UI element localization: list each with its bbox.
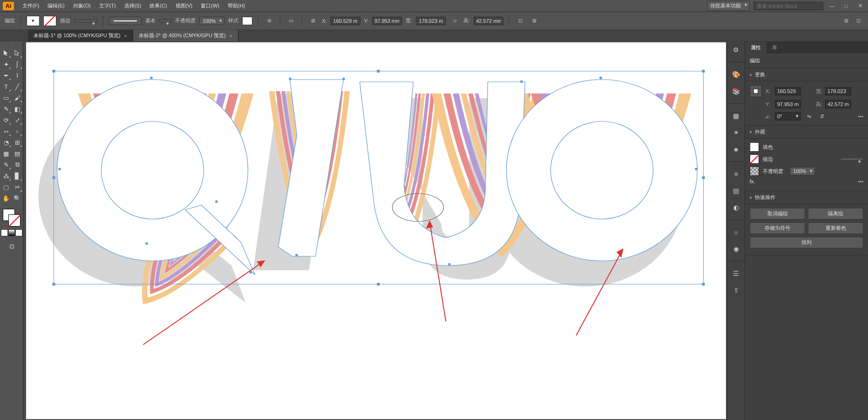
appearance-header[interactable]: 外观 <box>745 126 868 139</box>
rail-symbols-icon[interactable]: ♣ <box>731 144 742 155</box>
tool-brush[interactable]: 🖌 <box>12 93 22 103</box>
prop-x-input[interactable] <box>775 87 801 95</box>
tool-magic-wand[interactable]: ✦ <box>1 59 11 69</box>
tool-mesh[interactable]: ▦ <box>1 148 11 159</box>
stroke-weight-input[interactable] <box>74 20 97 22</box>
rail-libraries-icon[interactable]: 📚 <box>731 86 742 97</box>
opacity-input[interactable]: 100% <box>199 17 224 25</box>
tool-direct-selection[interactable] <box>12 48 22 58</box>
reference-point-grid[interactable] <box>750 85 762 97</box>
color-mode-gradient[interactable] <box>8 229 15 236</box>
tool-perspective[interactable]: ⊞ <box>12 137 22 147</box>
rail-asset-export-icon[interactable]: ⇪ <box>731 285 742 296</box>
tool-curvature[interactable]: ⌇ <box>12 70 22 80</box>
search-input[interactable] <box>753 2 823 10</box>
tool-symbol-spray[interactable]: ⁂ <box>1 171 11 181</box>
rail-color-icon[interactable]: 🎨 <box>731 69 742 80</box>
maximize-icon[interactable]: □ <box>841 2 851 10</box>
fx-label[interactable]: fx. <box>750 179 755 184</box>
menu-object[interactable]: 对象(O) <box>69 1 95 11</box>
tool-rectangle[interactable]: ▭ <box>1 93 11 103</box>
close-icon[interactable]: ✕ <box>855 2 865 10</box>
transform-header[interactable]: 变换 <box>745 68 868 81</box>
tool-width[interactable]: ⇿ <box>1 126 11 136</box>
color-mode-solid[interactable] <box>1 229 8 236</box>
gpu-preview-icon[interactable]: ⊡ <box>853 16 863 26</box>
menu-select[interactable]: 选择(S) <box>121 1 145 11</box>
prop-angle-input[interactable]: 0° <box>775 112 801 120</box>
stroke-swatch[interactable] <box>43 16 56 26</box>
rail-stroke-icon[interactable]: ≡ <box>731 168 742 180</box>
arrange-documents-icon[interactable]: ⊞ <box>841 16 851 26</box>
btn-isolate-group[interactable]: 隔离组 <box>808 208 863 220</box>
tool-hand[interactable]: ✋ <box>1 193 11 203</box>
stroke-profile[interactable] <box>109 17 142 25</box>
rail-properties-icon[interactable]: ⚙ <box>731 44 742 55</box>
tool-gradient[interactable]: ▤ <box>12 148 22 159</box>
menu-effect[interactable]: 效果(C) <box>146 1 170 11</box>
panel-tab-properties[interactable]: 属性 <box>745 42 766 53</box>
prop-fill-swatch[interactable] <box>750 142 759 152</box>
x-input[interactable] <box>331 17 360 25</box>
align-icon[interactable]: ▭ <box>286 16 296 26</box>
tool-zoom[interactable]: 🔍 <box>12 193 22 203</box>
btn-recolor[interactable]: 重新着色 <box>808 222 863 234</box>
more-options-icon[interactable]: ••• <box>858 113 863 119</box>
tool-shaper[interactable]: ✎ <box>1 104 11 114</box>
tool-type[interactable]: T <box>1 81 11 92</box>
prop-stroke-weight[interactable] <box>840 158 863 160</box>
graphic-style-swatch[interactable] <box>242 17 252 25</box>
more-options-icon[interactable]: ••• <box>858 179 863 184</box>
panel-tab-libraries[interactable]: 库 <box>766 42 783 53</box>
tool-slice[interactable]: ✂ <box>12 182 22 192</box>
rail-graphic-styles-icon[interactable]: ◉ <box>731 243 742 254</box>
menu-help[interactable]: 帮助(H) <box>224 1 249 11</box>
transform-icon[interactable]: ⊡ <box>515 16 525 26</box>
prop-y-input[interactable] <box>775 100 801 108</box>
recolor-icon[interactable]: ⊕ <box>264 16 274 26</box>
y-input[interactable] <box>372 17 402 25</box>
rail-gradient-icon[interactable]: ▤ <box>731 185 742 196</box>
prop-h-input[interactable] <box>825 100 851 108</box>
tool-eraser[interactable]: ◧ <box>12 104 22 114</box>
constrain-icon[interactable]: ⊃ <box>449 16 460 26</box>
menu-file[interactable]: 文件(F) <box>19 1 43 11</box>
tool-eyedropper[interactable]: ✎ <box>1 160 11 170</box>
menu-view[interactable]: 视图(V) <box>172 1 197 11</box>
flip-v-icon[interactable]: ⇵ <box>817 111 827 121</box>
tab-close-icon[interactable]: × <box>230 33 232 39</box>
stroke-style-dropdown[interactable] <box>159 20 171 22</box>
artboard[interactable] <box>26 42 726 419</box>
tool-selection[interactable] <box>1 48 11 58</box>
workspace-switcher[interactable]: 传统基本功能 <box>707 1 750 11</box>
canvas-area[interactable] <box>23 41 727 420</box>
isolate-icon[interactable]: ⊠ <box>529 16 539 26</box>
rail-transparency-icon[interactable]: ◐ <box>731 202 742 213</box>
rail-brushes-icon[interactable]: ✶ <box>731 127 742 138</box>
rail-appearance-icon[interactable]: ☼ <box>731 227 742 238</box>
tool-rotate[interactable]: ⟳ <box>1 115 11 125</box>
screen-mode[interactable]: ⊡ <box>1 241 22 251</box>
tab-close-icon[interactable]: × <box>124 33 127 39</box>
tool-artboard[interactable]: ▢ <box>1 182 11 192</box>
tool-lasso[interactable]: ʃ <box>12 59 22 69</box>
rail-layers-icon[interactable]: ☰ <box>731 268 742 279</box>
flip-h-icon[interactable]: ⇋ <box>804 111 814 121</box>
tool-blend[interactable]: ⧉ <box>12 160 22 170</box>
tool-graph[interactable]: ▊ <box>12 171 22 181</box>
rail-swatches-icon[interactable]: ▦ <box>731 110 742 121</box>
btn-ungroup[interactable]: 取消编组 <box>750 208 805 220</box>
fill-stroke-control[interactable] <box>1 208 22 227</box>
document-tab[interactable]: 未标题-1* @ 100% (CMYK/GPU 预览) × <box>28 30 133 41</box>
prop-stroke-swatch[interactable] <box>750 154 759 164</box>
menu-type[interactable]: 文字(T) <box>95 1 120 11</box>
btn-arrange[interactable]: 排列 <box>750 237 863 248</box>
btn-save-as-symbol[interactable]: 存储为符号 <box>750 222 805 234</box>
reference-point-icon[interactable]: ⊞ <box>308 16 318 26</box>
quick-actions-header[interactable]: 快速操作 <box>745 191 868 204</box>
document-tab[interactable]: 未标题-2* @ 400% (CMYK/GPU 预览) × <box>133 30 238 41</box>
tool-scale[interactable]: ⤢ <box>12 115 22 125</box>
w-input[interactable] <box>416 17 446 25</box>
menu-edit[interactable]: 编辑(E) <box>44 1 68 11</box>
tool-shape-builder[interactable]: ◔ <box>1 137 11 147</box>
